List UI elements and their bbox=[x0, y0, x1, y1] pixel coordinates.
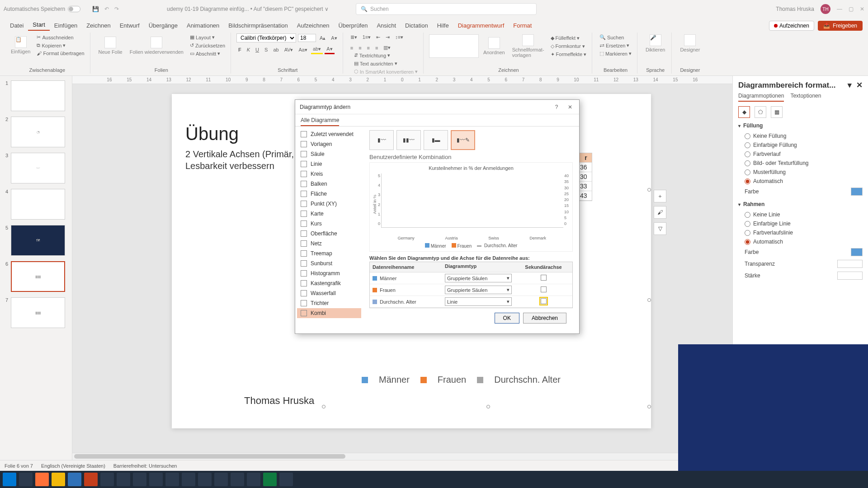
chart-filters-button[interactable]: ▽ bbox=[654, 222, 666, 235]
subtype-1[interactable]: ▮〰 bbox=[369, 130, 394, 150]
hscrollbar[interactable] bbox=[72, 453, 732, 460]
tb-app11[interactable] bbox=[279, 473, 293, 486]
subtype-custom[interactable]: ▮〰✎ bbox=[451, 130, 475, 150]
border-gradient[interactable]: Farbverlaufslinie bbox=[738, 228, 863, 237]
border-color[interactable]: Farbe bbox=[738, 246, 863, 258]
series-type-select-3[interactable]: Linie▾ bbox=[445, 297, 512, 306]
slide-title[interactable]: Übung bbox=[185, 124, 239, 144]
cancel-button[interactable]: Abbrechen bbox=[523, 313, 566, 324]
type-waterfall[interactable]: Wasserfall bbox=[297, 288, 361, 298]
effects-icon[interactable]: ⬠ bbox=[755, 106, 766, 118]
tb-app8[interactable] bbox=[214, 473, 228, 486]
dialog-tab[interactable]: Alle Diagramme bbox=[295, 114, 579, 127]
type-treemap[interactable]: Treemap bbox=[297, 249, 361, 258]
underline-button[interactable]: U bbox=[254, 46, 261, 53]
select-button[interactable]: ⬚ Markieren ▾ bbox=[598, 50, 633, 57]
type-line[interactable]: Linie bbox=[297, 159, 361, 169]
type-xy[interactable]: Punkt (XY) bbox=[297, 199, 361, 209]
align-left-icon[interactable]: ≡ bbox=[349, 44, 355, 52]
bullets-icon[interactable]: ≣▾ bbox=[349, 33, 359, 41]
slide-author[interactable]: Thomas Hruska bbox=[244, 395, 314, 407]
toggle-off-icon[interactable] bbox=[68, 6, 80, 12]
tab-animationen[interactable]: Animationen bbox=[182, 20, 224, 31]
indent-more-icon[interactable]: ⇥ bbox=[384, 33, 392, 41]
shadow-button[interactable]: ab bbox=[271, 46, 280, 53]
indent-less-icon[interactable]: ⇤ bbox=[374, 33, 382, 41]
align-right-icon[interactable]: ≡ bbox=[365, 44, 372, 52]
tab-bildschirm[interactable]: Bildschirmpräsentation bbox=[224, 20, 292, 31]
highlight-button[interactable]: ab▾ bbox=[311, 45, 323, 54]
dialog-close-icon[interactable]: ✕ bbox=[566, 103, 575, 112]
redo-icon[interactable]: ↷ bbox=[114, 6, 119, 12]
secondary-axis-check-1[interactable] bbox=[541, 275, 547, 281]
avatar[interactable]: TH bbox=[821, 4, 830, 14]
align-justify-icon[interactable]: ≡ bbox=[373, 44, 380, 52]
format-painter-button[interactable]: 🖌 Format übertragen bbox=[35, 50, 86, 57]
tab-ansicht[interactable]: Ansicht bbox=[372, 20, 401, 31]
chart-elements-button[interactable]: ＋ bbox=[654, 190, 666, 202]
type-funnel[interactable]: Trichter bbox=[297, 298, 361, 308]
language-indicator[interactable]: Englisch (Vereinigte Staaten) bbox=[41, 463, 105, 469]
width-spinner[interactable] bbox=[837, 272, 863, 280]
tab-aufzeichnen[interactable]: Aufzeichnen bbox=[292, 20, 334, 31]
slide-indicator[interactable]: Folie 6 von 7 bbox=[5, 463, 33, 469]
section-button[interactable]: ▭ Abschnitt ▾ bbox=[188, 50, 227, 57]
copy-button[interactable]: ⧉ Kopieren ▾ bbox=[35, 42, 86, 49]
series-type-select-2[interactable]: Gruppierte Säulen▾ bbox=[445, 286, 512, 294]
series-type-select-1[interactable]: Gruppierte Säulen▾ bbox=[445, 274, 512, 282]
quickstyles-button[interactable]: Schnellformat-vorlagen bbox=[509, 33, 547, 59]
tb-app6[interactable] bbox=[182, 473, 195, 486]
border-width[interactable]: Stärke bbox=[738, 270, 863, 282]
secondary-axis-check-3[interactable] bbox=[541, 298, 547, 304]
type-recent[interactable]: Zuletzt verwendet bbox=[297, 129, 361, 139]
shapes-gallery[interactable] bbox=[429, 34, 479, 58]
fill-pattern[interactable]: Musterfüllung bbox=[738, 168, 863, 177]
case-button[interactable]: Aa▾ bbox=[297, 46, 309, 54]
type-templates[interactable]: Vorlagen bbox=[297, 139, 361, 149]
paste-button[interactable]: 📋Einfügen bbox=[8, 35, 33, 55]
tab-datei[interactable]: Datei bbox=[5, 20, 28, 31]
font-name-select[interactable]: Calibri (Textkörper) bbox=[236, 33, 296, 42]
tab-text-options[interactable]: Textoptionen bbox=[790, 93, 821, 102]
tab-entwurf[interactable]: Entwurf bbox=[115, 20, 144, 31]
tb-app9[interactable] bbox=[231, 473, 244, 486]
tab-uebergaenge[interactable]: Übergänge bbox=[144, 20, 182, 31]
tb-app2[interactable] bbox=[117, 473, 130, 486]
chart-styles-button[interactable]: 🖌 bbox=[654, 206, 666, 219]
window-close-icon[interactable]: ✕ bbox=[860, 6, 864, 12]
thumb-2[interactable]: 2◔ bbox=[3, 117, 69, 147]
align-center-icon[interactable]: ≡ bbox=[357, 44, 363, 52]
type-map[interactable]: Karte bbox=[297, 209, 361, 219]
tab-ueberpruefen[interactable]: Überprüfen bbox=[334, 20, 372, 31]
type-column[interactable]: Säule bbox=[297, 149, 361, 159]
align-text-button[interactable]: ▤ Text ausrichten ▾ bbox=[352, 60, 420, 67]
shape-fill-button[interactable]: ◆ Fülleffekt ▾ bbox=[549, 34, 589, 42]
type-pie[interactable]: Kreis bbox=[297, 169, 361, 179]
thumb-1[interactable]: 1 bbox=[3, 80, 69, 111]
thumbnail-panel[interactable]: 1 2◔ 3〰 4 5🗺 6▮▮▮ 7▮▮▮ bbox=[0, 76, 72, 460]
thumb-4[interactable]: 4 bbox=[3, 189, 69, 220]
fill-auto[interactable]: Automatisch bbox=[738, 177, 863, 186]
find-button[interactable]: 🔍 Suchen bbox=[598, 33, 633, 41]
tb-app1[interactable] bbox=[100, 473, 114, 486]
columns-icon[interactable]: ▥▾ bbox=[382, 44, 392, 52]
border-color-swatch-icon[interactable] bbox=[851, 248, 863, 256]
pane-options-icon[interactable]: ▾ bbox=[848, 81, 852, 89]
type-area[interactable]: Fläche bbox=[297, 189, 361, 199]
decrease-font-icon[interactable]: A▾ bbox=[329, 34, 339, 42]
type-bar[interactable]: Balken bbox=[297, 179, 361, 189]
document-name[interactable]: udemy 01-19 Diagramme einfüg... • Auf "d… bbox=[167, 6, 329, 12]
increase-font-icon[interactable]: A▴ bbox=[318, 34, 327, 42]
record-button[interactable]: Aufzeichnen bbox=[769, 21, 814, 31]
subtype-2[interactable]: ▮▮〰 bbox=[396, 130, 421, 150]
tb-chrome[interactable] bbox=[52, 473, 65, 486]
tab-dictation[interactable]: Dictation bbox=[401, 20, 433, 31]
ok-button[interactable]: OK bbox=[495, 313, 519, 324]
tb-app3[interactable] bbox=[133, 473, 146, 486]
thumb-3[interactable]: 3〰 bbox=[3, 153, 69, 183]
tab-diagrammentwurf[interactable]: Diagrammentwurf bbox=[453, 20, 509, 31]
tab-einfuegen[interactable]: Einfügen bbox=[50, 20, 82, 31]
cut-button[interactable]: ✂ Ausschneiden bbox=[35, 33, 86, 41]
tb-explorer[interactable] bbox=[19, 473, 33, 486]
start-button[interactable] bbox=[3, 473, 16, 486]
